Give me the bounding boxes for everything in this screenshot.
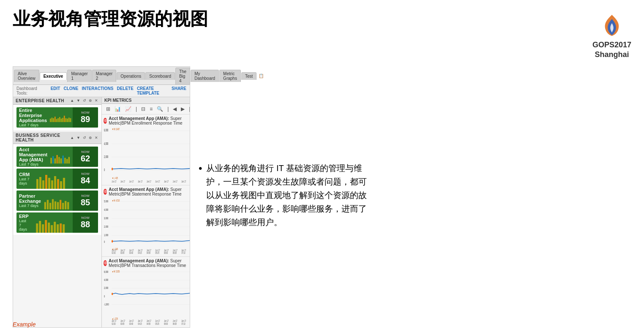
svg-text:0: 0 (104, 240, 105, 244)
kpi-tool-divider1: | (134, 105, 139, 113)
enterprise-score-label: NOW (81, 111, 90, 114)
bsh-refresh[interactable]: ↺ (82, 136, 87, 140)
bsh-controls: ▲ ▼ ↺ ⊕ ✕ (69, 136, 99, 140)
svg-rect-51 (54, 222, 56, 233)
kpi-tool-divider2: | (166, 105, 170, 113)
bsh-close[interactable]: ✕ (94, 136, 99, 140)
bottom-label: Example (13, 321, 35, 328)
partner-card-info: Partner Exchange Last 7 days (16, 192, 44, 210)
svg-text:0: 0 (104, 168, 105, 171)
bsh-tri-up[interactable]: ▲ (69, 136, 75, 140)
erp-card-info: ERP Last 7 days (16, 212, 31, 233)
svg-text:02:30: 02:30 (112, 322, 116, 325)
svg-rect-2 (52, 117, 53, 122)
svg-rect-23 (66, 159, 68, 163)
svg-rect-25 (36, 179, 38, 189)
svg-text:06:00: 06:00 (164, 322, 168, 325)
chart3-title-bar: ⓪ Acct Management App (AMA): Super Metri… (104, 259, 190, 268)
tab-scoreboard[interactable]: Scoreboard (145, 72, 175, 80)
eh-refresh[interactable]: ↺ (82, 98, 87, 103)
tab-operations[interactable]: Operations (117, 72, 145, 80)
svg-rect-28 (45, 175, 47, 189)
eh-triangle-up[interactable]: ▲ (69, 98, 75, 103)
interactions-button[interactable]: INTERACTIONS (82, 86, 113, 95)
svg-rect-53 (60, 223, 62, 233)
share-button[interactable]: SHARE (172, 86, 186, 95)
eh-triangle-down[interactable]: ▼ (76, 98, 81, 103)
kpi-tool-chart2[interactable]: 📈 (123, 105, 133, 113)
chart3-badge: ⓪ (104, 260, 107, 266)
kpi-tool-right[interactable]: ▶ (179, 105, 186, 113)
svg-text:04:50: 04:50 (147, 322, 150, 325)
crm-card-name: CRM (19, 172, 30, 177)
tab-manager2[interactable]: Manager 2 (92, 70, 116, 82)
create-template-button[interactable]: CREATE TEMPLATE (137, 86, 168, 95)
charts-container: ⓪ Acct Management App (AMA): Super Metri… (102, 114, 190, 327)
eh-close[interactable]: ✕ (94, 98, 99, 103)
svg-rect-36 (47, 200, 49, 209)
partner-card-chart (44, 190, 73, 211)
text-panel: • 从业务的视角进行 IT 基础资源的管理与维护，一旦某个资源发生故障或者问题，… (190, 66, 376, 328)
svg-rect-21 (63, 155, 64, 163)
erp-card-chart (31, 212, 73, 233)
kpi-tool-filter[interactable]: ⊞ (104, 105, 112, 113)
kpi-section-title: KPI METRICS (104, 98, 131, 103)
dashboard-panel: Alive Overview Executive Manager 1 Manag… (13, 66, 190, 328)
erp-card-score: NOW 88 (73, 212, 98, 233)
bsh-tri-down[interactable]: ▼ (76, 136, 81, 140)
svg-rect-7 (59, 117, 60, 122)
svg-text:07:10: 07:10 (181, 183, 185, 183)
enterprise-health-card[interactable]: Entire Enterprise Applications Last 7 da… (16, 107, 98, 128)
svg-rect-22 (65, 158, 66, 163)
tab-manager1[interactable]: Manager 1 (67, 70, 91, 82)
svg-text:● L: 435: ● L: 435 (112, 176, 118, 180)
bsh-card-ama[interactable]: Acct Management App (AMA) Last 7 days (16, 147, 98, 167)
clone-button[interactable]: CLONE (63, 86, 78, 95)
svg-rect-17 (55, 158, 56, 163)
svg-text:2,000: 2,000 (104, 155, 109, 158)
svg-rect-18 (57, 155, 58, 163)
svg-text:1,000: 1,000 (104, 233, 109, 237)
delete-button[interactable]: DELETE (117, 86, 133, 95)
bullet-text-1: 从业务的视角进行 IT 基础资源的管理与维护，一旦某个资源发生故障或者问题，都可… (206, 161, 368, 229)
svg-text:05:25: 05:25 (156, 322, 159, 325)
kpi-tool-zoom[interactable]: 🔍 (155, 105, 165, 113)
bsh-card-crm[interactable]: CRM Last 7 days (16, 169, 98, 189)
kpi-tool-grid[interactable]: ⊟ (139, 105, 147, 113)
svg-text:04:15: 04:15 (138, 251, 142, 254)
svg-text:2,000: 2,000 (104, 225, 109, 229)
edit-button[interactable]: EDIT (51, 86, 60, 95)
eh-settings[interactable]: ⊕ (88, 98, 93, 103)
dashboard-tools-actions: EDIT CLONE INTERACTIONS DELETE CREATE TE… (51, 86, 186, 95)
tab-executive[interactable]: Executive (40, 72, 67, 80)
svg-rect-49 (48, 223, 50, 233)
kpi-tool-left[interactable]: ◀ (171, 105, 178, 113)
svg-text:06:35: 06:35 (173, 183, 177, 183)
kpi-tool-chart1[interactable]: 📊 (113, 105, 123, 113)
svg-rect-8 (61, 119, 62, 122)
chart1-title-bar: ⓪ Acct Management App (AMA): Super Metri… (104, 116, 190, 125)
enterprise-card-info: Entire Enterprise Applications Last 7 da… (16, 107, 49, 128)
svg-rect-33 (60, 181, 62, 189)
enterprise-health-header: ENTERPRISE HEALTH ▲ ▼ ↺ ⊕ ✕ (13, 97, 101, 105)
tab-alive-overview[interactable]: Alive Overview (14, 70, 39, 82)
bsh-card-partner[interactable]: Partner Exchange Last 7 days (16, 190, 98, 211)
svg-rect-40 (57, 202, 59, 209)
ama-card-score: NOW 62 (73, 147, 98, 167)
chart3-title-left: ⓪ Acct Management App (AMA): Super Metri… (104, 259, 190, 268)
tab-the-big-4[interactable]: The Big 4 (175, 68, 190, 84)
svg-point-108 (112, 240, 113, 242)
bsh-card-erp[interactable]: ERP Last 7 days (16, 212, 98, 233)
svg-text:6,000: 6,000 (104, 269, 109, 273)
svg-rect-38 (52, 199, 54, 209)
ama-card-chart (50, 147, 73, 167)
svg-text:07:10: 07:10 (181, 322, 185, 325)
svg-text:4,000: 4,000 (104, 208, 109, 212)
svg-text:03:05: 03:05 (120, 183, 124, 183)
kpi-tool-list[interactable]: ≡ (148, 105, 154, 113)
bsh-settings[interactable]: ⊕ (88, 136, 93, 140)
svg-rect-54 (63, 224, 65, 233)
svg-rect-3 (53, 118, 54, 122)
svg-text:0: 0 (104, 294, 105, 298)
kpi-panel: KPI METRICS ? ▲ ▼ ↺ ⊕ ✕ ⊞ 📊 (102, 97, 190, 327)
